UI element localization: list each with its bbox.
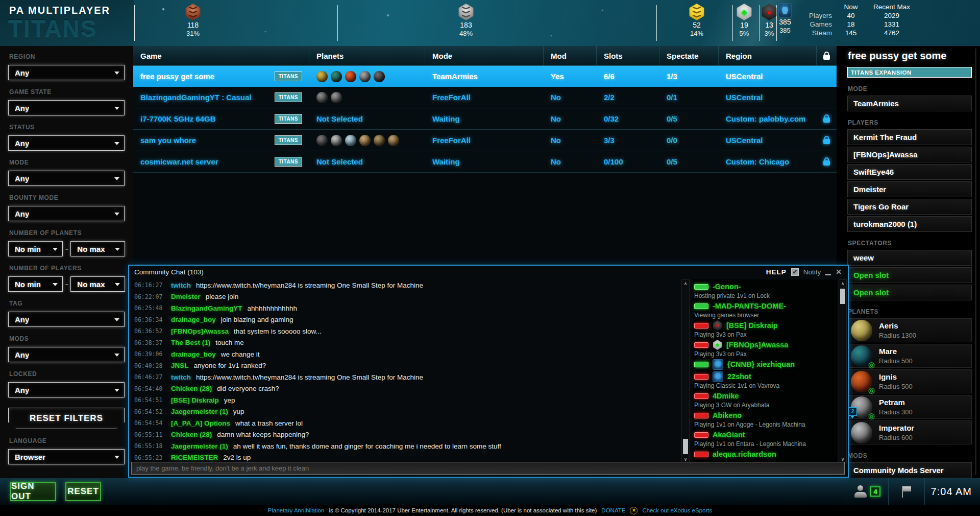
- mode-cell: Waiting: [425, 151, 544, 172]
- scroll-down-icon[interactable]: [839, 457, 846, 462]
- rank-percent: 385: [779, 27, 791, 34]
- open-spectator-slot[interactable]: Open slot: [847, 285, 972, 300]
- chat-user-name: 4Dmike: [713, 392, 739, 400]
- reset-button[interactable]: RESET: [65, 482, 101, 501]
- chat-user[interactable]: AkaGiantPlaying 1v1 on Entara - Legonis …: [693, 429, 838, 448]
- filters-sidebar: REGIONAnyGAME STATEAnySTATUSAnyMODEAnyBO…: [0, 46, 133, 478]
- commander-avatar-icon: [713, 359, 723, 370]
- message-timestamp: 06:38:37: [132, 339, 165, 346]
- reset-filters-button[interactable]: RESET FILTERS: [8, 408, 125, 429]
- filter-dropdown-mods[interactable]: Any: [8, 347, 125, 362]
- chat-user[interactable]: alequa.richardson: [693, 449, 838, 460]
- filter-dropdown-mode[interactable]: Any: [8, 171, 125, 186]
- game-row[interactable]: i7-7700K 5GHz 64GBTITANSNot SelectedWait…: [133, 108, 837, 130]
- scroll-thumb[interactable]: [840, 289, 845, 304]
- message-timestamp: 06:54:54: [132, 419, 165, 427]
- dropdown-value: Browser: [15, 453, 45, 461]
- filter-label-tag: TAG: [9, 300, 125, 307]
- help-button[interactable]: HELP: [766, 268, 787, 276]
- filter-dropdown-bounty-mode[interactable]: Any: [8, 206, 125, 221]
- chat-user[interactable]: ◆[FBNOps]AwassaPlaying 3v3 on Pax: [693, 339, 838, 358]
- range-dash: -: [65, 244, 68, 253]
- planet-row: IgnisRadius 500: [847, 369, 972, 393]
- language-dropdown[interactable]: Browser: [8, 449, 125, 464]
- game-row[interactable]: sam you whoreTITANSFreeForAllNo3/30/0USC…: [133, 130, 837, 151]
- flag-button[interactable]: [888, 478, 924, 505]
- scroll-thumb[interactable]: [683, 439, 688, 454]
- rank-percent: 3%: [765, 30, 774, 37]
- max-dropdown[interactable]: No max: [70, 276, 125, 292]
- sidebar-scrollbar[interactable]: [975, 49, 976, 475]
- filter-label-status: STATUS: [9, 124, 125, 131]
- planetary-annihilation-link[interactable]: Planetary Annihilation: [268, 507, 325, 513]
- rank-count: 19: [740, 21, 748, 29]
- notify-label: Notify: [803, 268, 821, 276]
- chat-user-name: 22shot: [727, 372, 751, 381]
- donate-link[interactable]: DONATE: [601, 507, 625, 513]
- min-dropdown[interactable]: No min: [8, 241, 63, 256]
- chat-user[interactable]: AbikenoPlaying 1v1 on Agoge - Legonis Ma…: [693, 410, 838, 428]
- game-row[interactable]: BlazingandGamingYT : CasualTITANSFreeFor…: [133, 87, 837, 108]
- lock-cell: [817, 87, 837, 108]
- user-list-scrollbar[interactable]: [839, 279, 847, 463]
- game-row[interactable]: free pussy get someTITANSTeamArmiesYes6/…: [133, 66, 837, 87]
- chat-user[interactable]: 22shotPlaying Classic 1v1 on Vavrova: [693, 371, 838, 389]
- chevron-down-icon: [114, 142, 119, 145]
- filter-range-number-of-players: No min-No max: [8, 276, 125, 292]
- chat-message: 06:38:37The Best (1)touch me: [132, 337, 679, 349]
- filter-label-mode: MODE: [9, 159, 125, 166]
- chat-user[interactable]: 4DmikePlaying 3 GW on Aryabhata: [693, 390, 838, 409]
- top-header-bar: PA MULTIPLAYER TITANS 11831%18348%5214%◆…: [0, 0, 980, 46]
- chat-user-name: -Genon-: [713, 283, 741, 291]
- chat-user-activity: Playing 3 GW on Aryabhata: [693, 402, 838, 409]
- clock-time: 7:04 AM: [931, 486, 972, 498]
- sign-out-button[interactable]: SIGN OUT: [10, 482, 56, 501]
- copyright-footer: Planetary Annihilation is © Copyright 20…: [0, 505, 980, 516]
- min-dropdown[interactable]: No min: [8, 276, 63, 292]
- chat-user[interactable]: -MAD-PANTS-DOME-Viewing games browser: [693, 300, 838, 319]
- filter-dropdown-tag[interactable]: Any: [8, 312, 125, 327]
- chat-user[interactable]: ★[BSE] DiskraipPlaying 3v3 on Pax: [693, 320, 838, 338]
- scroll-down-icon[interactable]: [682, 457, 689, 462]
- message-timestamp: 06:36:34: [132, 316, 165, 323]
- friends-button[interactable]: 4: [846, 478, 888, 505]
- game-row[interactable]: cosmicwar.net serverTITANSNot SelectedWa…: [133, 151, 837, 173]
- chevron-glyph: [462, 7, 470, 10]
- spectate-cell: 1/3: [659, 66, 719, 87]
- chat-message: 06:39:06drainage_boywe change it: [132, 348, 679, 360]
- message-timestamp: 06:46:27: [132, 373, 165, 381]
- red-status-icon: [694, 432, 708, 438]
- chat-message: 06:46:27twitchhttps://www.twitch.tv/heym…: [132, 371, 679, 383]
- filter-dropdown-game-state[interactable]: Any: [8, 100, 125, 115]
- chat-user-row: -MAD-PANTS-DOME-: [693, 300, 838, 312]
- max-dropdown[interactable]: No max: [70, 241, 125, 256]
- scroll-up-icon[interactable]: [682, 281, 689, 286]
- chat-message: 06:54:52Jaegermeister (1)yup: [132, 406, 679, 418]
- filter-label-mods: MODS: [9, 335, 125, 342]
- filter-dropdown-status[interactable]: Any: [8, 135, 125, 151]
- chat-message: 06:54:54[A_PA_A] Optionswhat a trash ser…: [132, 417, 679, 429]
- exodus-link[interactable]: Check out eXodus eSports: [642, 507, 712, 513]
- message-author: Chicken (28): [171, 431, 212, 438]
- message-text: please join: [206, 293, 239, 300]
- scroll-up-icon[interactable]: [839, 281, 846, 286]
- chevron-glyph: [693, 7, 701, 10]
- chat-input[interactable]: [131, 462, 845, 475]
- filter-dropdown-locked[interactable]: Any: [8, 382, 125, 397]
- chat-user-name: -MAD-PANTS-DOME-: [713, 302, 786, 310]
- planet-count-badge: 2: [848, 407, 857, 416]
- minimize-icon[interactable]: [825, 274, 831, 275]
- close-icon[interactable]: [836, 268, 842, 276]
- message-text: https://www.twitch.tv/heyman284 is strea…: [196, 282, 423, 289]
- chat-scrollbar[interactable]: [681, 279, 690, 463]
- notify-checkbox[interactable]: [791, 268, 799, 276]
- filter-dropdown-region[interactable]: Any: [8, 65, 125, 80]
- chat-user[interactable]: -Genon-Hosting private 1v1 on Lock: [693, 281, 838, 299]
- message-text: damn what keeps happening?: [217, 431, 309, 438]
- chevron-glyph: [693, 15, 701, 18]
- chat-user[interactable]: {CNNB} xiezhiquan: [693, 359, 838, 370]
- planet-row: AerisRadius 1300: [847, 318, 972, 342]
- planet-name: Imperator: [879, 424, 914, 432]
- open-spectator-slot[interactable]: Open slot: [847, 267, 972, 283]
- planet-name: Mare: [879, 347, 913, 356]
